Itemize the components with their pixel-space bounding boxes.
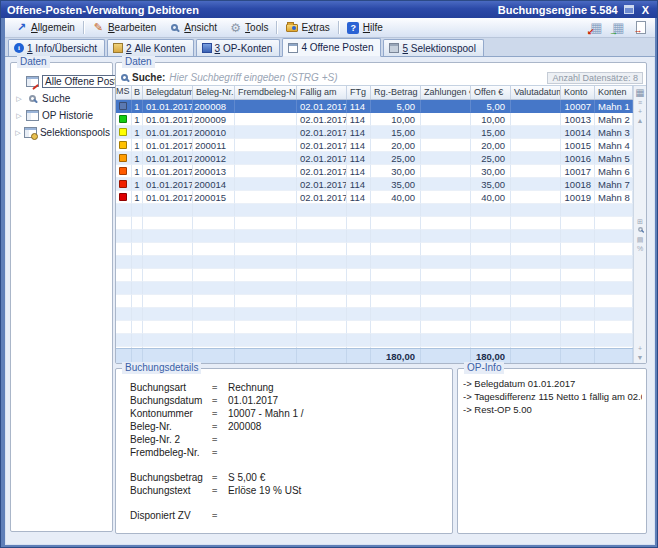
column-header[interactable]: Belegdatum bbox=[143, 86, 193, 99]
grid-cell bbox=[132, 204, 143, 217]
strip-add-icon[interactable]: + bbox=[638, 107, 642, 116]
search-row[interactable]: Suche: Hier Suchbegriff eingeben (STRG +… bbox=[116, 70, 646, 86]
grid-cell bbox=[116, 126, 132, 139]
grid-cell bbox=[193, 230, 235, 243]
grid-cell: 02.01.2017 bbox=[297, 100, 347, 113]
grid-cell: 30,00 bbox=[471, 165, 511, 178]
grid-row[interactable]: 101.01.201720000902.01.201711410,0010,00… bbox=[116, 113, 633, 126]
strip-list-icon[interactable]: ▤ bbox=[637, 235, 644, 244]
nav-item-suche[interactable]: ▷ Suche bbox=[15, 90, 110, 107]
maximize-button[interactable] bbox=[624, 5, 634, 14]
detail-row: Buchungstext = Erlöse 19 % USt bbox=[130, 484, 446, 497]
grid-cell bbox=[347, 308, 371, 321]
strip-grid-icon[interactable]: ⊞ bbox=[637, 217, 643, 226]
strip-lines-icon[interactable]: ≡ bbox=[638, 98, 642, 107]
grid-cell bbox=[561, 230, 595, 243]
column-header[interactable]: FTg bbox=[347, 86, 371, 99]
history-table-icon bbox=[26, 110, 39, 121]
grid-cell bbox=[421, 269, 471, 282]
grid-empty-row bbox=[116, 282, 633, 295]
grid-row[interactable]: 101.01.201720001302.01.201711430,0030,00… bbox=[116, 165, 633, 178]
total-rg-betrag: 180,00 bbox=[371, 349, 421, 363]
column-header[interactable]: Rg.-Betrag € bbox=[371, 86, 421, 99]
grid-cell bbox=[193, 321, 235, 334]
grid-row[interactable]: 101.01.201720001202.01.201711425,0025,00… bbox=[116, 152, 633, 165]
detail-value: S 5,00 € bbox=[228, 472, 446, 483]
grid-cell bbox=[471, 204, 511, 217]
tab-info-uebersicht[interactable]: i 1 Info/Übersicht bbox=[8, 39, 105, 56]
grid-row[interactable]: 101.01.201720001102.01.201711420,0020,00… bbox=[116, 139, 633, 152]
menu-extras[interactable]: Extras bbox=[279, 19, 335, 36]
column-header[interactable]: Zahlungen € bbox=[421, 86, 471, 99]
ms-status-square bbox=[119, 154, 127, 162]
expand-caret-icon[interactable]: ▷ bbox=[15, 95, 23, 103]
column-header[interactable]: MS bbox=[116, 86, 132, 99]
grid-cell bbox=[471, 269, 511, 282]
menu-tools[interactable]: ⚙ Tools bbox=[223, 19, 274, 36]
table-import-icon[interactable]: ▦→ bbox=[610, 20, 627, 35]
column-header[interactable]: Konto bbox=[561, 86, 595, 99]
menu-label: Allgemein bbox=[31, 22, 75, 33]
expand-caret-icon[interactable]: ▷ bbox=[15, 112, 23, 120]
menu-bearbeiten[interactable]: ✎ Bearbeiten bbox=[86, 19, 162, 36]
search-input[interactable]: Hier Suchbegriff eingeben (STRG +S) bbox=[169, 72, 543, 83]
menu-label: Ansicht bbox=[184, 22, 217, 33]
grid-cell bbox=[116, 269, 132, 282]
grid-cell bbox=[143, 256, 193, 269]
table-export-icon[interactable]: ▦↙ bbox=[588, 20, 605, 35]
grid-cell bbox=[132, 321, 143, 334]
grid-cell: 200009 bbox=[193, 113, 235, 126]
grid-row[interactable]: 101.01.201720000802.01.20171145,005,0010… bbox=[116, 100, 633, 113]
column-header[interactable]: B bbox=[132, 86, 143, 99]
column-chooser-icon[interactable]: ▦ bbox=[635, 87, 644, 98]
detail-label: Buchungstext bbox=[130, 485, 212, 496]
column-header[interactable]: Beleg-Nr. bbox=[193, 86, 235, 99]
menu-allgemein[interactable]: ↗ Allgemein bbox=[9, 19, 81, 36]
accounts-book-icon bbox=[113, 43, 123, 53]
column-header[interactable]: Fällig am bbox=[297, 86, 347, 99]
close-button[interactable]: X bbox=[640, 4, 651, 16]
nav-item-op-historie[interactable]: ▷ OP Historie bbox=[15, 107, 110, 124]
tab-strip: i 1 Info/Übersicht 2 Alle Konten 3 OP-Ko… bbox=[5, 38, 655, 57]
strip-search-icon[interactable] bbox=[637, 226, 644, 235]
grid-cell: 15,00 bbox=[371, 126, 421, 139]
expand-caret-icon[interactable]: ▷ bbox=[15, 129, 21, 137]
column-header[interactable]: Valutadatum bbox=[511, 86, 561, 99]
edit-pencil-icon: ✎ bbox=[92, 21, 105, 34]
grid-rows: 101.01.201720000802.01.20171145,005,0010… bbox=[116, 100, 633, 348]
grid-row[interactable]: 101.01.201720001502.01.201711440,0040,00… bbox=[116, 191, 633, 204]
tab-offene-posten[interactable]: 4 Offene Posten bbox=[282, 38, 381, 57]
equals-sign: = bbox=[212, 448, 228, 458]
grid-cell bbox=[116, 217, 132, 230]
column-header[interactable]: Fremdbeleg-Nr. bbox=[235, 86, 297, 99]
column-header[interactable]: Konten bbox=[595, 86, 633, 99]
grid-cell: 1 bbox=[132, 126, 143, 139]
scroll-up-icon[interactable]: ▲ bbox=[637, 116, 644, 125]
nav-item-selektionspools[interactable]: ▷ Selektionspools bbox=[15, 124, 110, 141]
scroll-down-icon[interactable]: ▼ bbox=[637, 353, 644, 362]
column-header[interactable]: Offen € bbox=[471, 86, 511, 99]
grid-cell bbox=[235, 152, 297, 165]
grid-cell: 10007 bbox=[561, 100, 595, 113]
strip-percent-icon[interactable]: % bbox=[637, 244, 643, 253]
strip-append-icon[interactable]: + bbox=[638, 344, 642, 353]
nav-item-alle-offene-posten[interactable]: Alle Offene Posten bbox=[15, 73, 110, 90]
grid-cell bbox=[471, 243, 511, 256]
tab-alle-konten[interactable]: 2 Alle Konten bbox=[107, 39, 194, 56]
gear-icon: ⚙ bbox=[229, 21, 242, 34]
tab-op-konten[interactable]: 3 OP-Konten bbox=[196, 39, 281, 56]
grid-cell bbox=[471, 217, 511, 230]
grid-cell bbox=[471, 256, 511, 269]
grid-cell bbox=[235, 139, 297, 152]
grid-cell bbox=[347, 243, 371, 256]
grid-cell bbox=[193, 243, 235, 256]
help-icon: ? bbox=[347, 21, 360, 34]
menu-ansicht[interactable]: Ansicht bbox=[162, 19, 223, 36]
grid-row[interactable]: 101.01.201720001002.01.201711415,0015,00… bbox=[116, 126, 633, 139]
exit-icon[interactable]: → bbox=[632, 20, 649, 35]
grid-row[interactable]: 101.01.201720001402.01.201711435,0035,00… bbox=[116, 178, 633, 191]
tab-selektionspool[interactable]: 5 Selektionspool bbox=[383, 39, 483, 56]
grid-cell bbox=[297, 308, 347, 321]
grid-cell bbox=[371, 269, 421, 282]
menu-hilfe[interactable]: ? Hilfe bbox=[341, 19, 389, 36]
